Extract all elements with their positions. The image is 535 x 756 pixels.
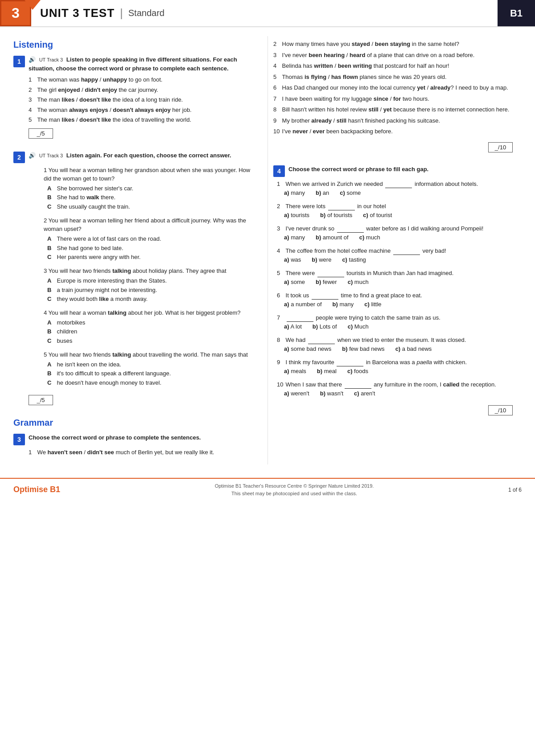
- q4-i8-optC: c) a bad news: [395, 345, 432, 353]
- q3-right-items: 2 How many times have you stayed / been …: [273, 40, 522, 136]
- q3-number-box: 3: [13, 434, 25, 445]
- q2-item-5-optA: A he isn't keen on the idea.: [47, 360, 257, 370]
- question-3-header: 3 Choose the correct word or phrase to c…: [13, 433, 257, 445]
- q2-item-2-options: A There were a lot of fast cars on the r…: [47, 234, 257, 262]
- q4-i1-optC: c) some: [340, 189, 361, 197]
- q2-item-2-stem: 2 You will hear a woman telling her frie…: [44, 216, 257, 234]
- q3-item-10: 10 I've never / ever been backpacking be…: [273, 127, 522, 136]
- q4-i5-optC: c) much: [348, 278, 369, 287]
- q4-i5-optA: a) some: [284, 278, 305, 287]
- q1-item-1: 1 The woman was happy / unhappy to go on…: [29, 75, 257, 84]
- q2-item-1-optA: A She borrowed her sister's car.: [47, 184, 257, 193]
- q4-i2-optC: c) of tourist: [363, 211, 392, 220]
- header-level: Standard: [128, 8, 165, 18]
- q4-i6-optA: a) a number of: [284, 300, 322, 309]
- q3-item-4: 4 Belinda has written / been writing tha…: [273, 62, 522, 70]
- q2-item-2-optC: C Her parents were angry with her.: [47, 253, 257, 262]
- q4-item-9: 9 I think my favourite in Barcelona was …: [277, 358, 522, 376]
- q2-item-2: 2 You will hear a woman telling her frie…: [44, 216, 257, 262]
- question-3-block: 3 Choose the correct word or phrase to c…: [13, 433, 257, 457]
- q3-instruction-text: Choose the correct word or phrase to com…: [29, 434, 201, 441]
- q2-item-3: 3 You will hear two friends talking abou…: [44, 267, 257, 304]
- q4-i2-optB: b) of tourists: [320, 211, 352, 220]
- q4-i10-optA: a) weren't: [284, 389, 309, 398]
- q2-item-4: 4 You will hear a woman talking about he…: [44, 308, 257, 346]
- q4-item-10: 10 When I saw that there any furniture i…: [277, 380, 522, 398]
- q2-item-3-options: A Europe is more interesting than the St…: [47, 276, 257, 304]
- question-1-block: 1 🔊 UT Track 3 Listen to people speaking…: [13, 55, 257, 143]
- q4-item-5: 5 There were tourists in Munich than Jan…: [277, 269, 522, 287]
- page-header: 3 UNIT 3 TEST | Standard B1: [0, 0, 535, 27]
- q3-item-5: 5 Thomas is flying / has flown planes si…: [273, 73, 522, 82]
- q2-item-5: 5 You will hear two friends talking abou…: [44, 350, 257, 388]
- page-title: UNIT 3 TEST: [40, 6, 115, 20]
- question-2-block: 2 🔊 UT Track 3 Listen again. For each qu…: [13, 151, 257, 410]
- q4-item-7-options: a) A lot b) Lots of c) Much: [284, 322, 522, 331]
- q4-i8-optB: b) few bad news: [342, 345, 384, 353]
- right-column: 2 How many times have you stayed / been …: [268, 36, 522, 464]
- q4-item-8: 8 We had when we tried to enter the muse…: [277, 336, 522, 353]
- level-badge: B1: [498, 0, 535, 26]
- q4-item-4: 4 The coffee from the hotel coffee machi…: [277, 247, 522, 264]
- q4-item-9-options: a) meals b) meal c) foods: [284, 367, 522, 376]
- q4-item-1-options: a) many b) an c) some: [284, 189, 522, 197]
- q2-item-4-stem: 4 You will hear a woman talking about he…: [44, 308, 257, 317]
- header-triangle: [25, 0, 41, 10]
- q4-item-4-options: a) was b) were c) tasting: [284, 255, 522, 264]
- header-title-block: UNIT 3 TEST | Standard: [31, 0, 498, 26]
- q2-item-2-optB: B She had gone to bed late.: [47, 244, 257, 253]
- grammar-section: Grammar 3 Choose the correct word or phr…: [13, 418, 257, 457]
- q4-number-box: 4: [273, 165, 285, 177]
- q4-i6-optB: b) many: [333, 300, 354, 309]
- q4-i3-optC: c) much: [359, 233, 380, 242]
- page-footer: Optimise B1 Optimise B1 Teacher's Resour…: [0, 478, 535, 501]
- grammar-section-title: Grammar: [13, 418, 257, 428]
- footer-copyright-line2: This sheet may be photocopied and used w…: [94, 490, 495, 497]
- q4-instruction-text: Choose the correct word or phrase to fil…: [288, 166, 428, 173]
- q4-item-8-options: a) some bad news b) few bad news c) a ba…: [284, 345, 522, 353]
- q3-instruction: Choose the correct word or phrase to com…: [29, 433, 201, 442]
- q4-item-6: 6 It took us time to find a great place …: [277, 291, 522, 309]
- question-1-header: 1 🔊 UT Track 3 Listen to people speaking…: [13, 55, 257, 73]
- q2-item-5-stem: 5 You will hear two friends talking abou…: [44, 350, 257, 359]
- audio-icon-q2: 🔊: [29, 151, 36, 160]
- q4-i3-optB: b) amount of: [316, 233, 349, 242]
- q2-item-3-optB: B a train journey might not be interesti…: [47, 286, 257, 295]
- footer-copyright-line1: Optimise B1 Teacher's Resource Centre © …: [94, 482, 495, 490]
- q1-instruction: 🔊 UT Track 3 Listen to people speaking i…: [29, 55, 257, 73]
- q4-item-3: 3 I've never drunk so water before as I …: [277, 224, 522, 242]
- q2-item-5-optC: C he doesn't have enough money to travel…: [47, 378, 257, 388]
- q2-item-4-options: A motorbikes B children C buses: [47, 318, 257, 346]
- q3-item-8: 8 Bill hasn't written his hotel review s…: [273, 105, 522, 114]
- q2-item-1-options: A She borrowed her sister's car. B She h…: [47, 184, 257, 212]
- q1-item-3: 3 The man likes / doesn't like the idea …: [29, 95, 257, 104]
- q4-score: _/10: [488, 405, 513, 415]
- q4-i7-optB: b) Lots of: [313, 322, 337, 331]
- q2-item-1: 1 You will hear a woman telling her gran…: [44, 166, 257, 212]
- q3-item-3: 3 I've never been hearing / heard of a p…: [273, 51, 522, 60]
- q2-item-3-stem: 3 You will hear two friends talking abou…: [44, 267, 257, 275]
- footer-copyright: Optimise B1 Teacher's Resource Centre © …: [94, 482, 495, 497]
- q4-i4-optA: a) was: [284, 255, 301, 264]
- q3-item-2: 2 How many times have you stayed / been …: [273, 40, 522, 49]
- q1-track: UT Track 3: [39, 57, 63, 62]
- q1-item-4: 4 The woman always enjoys / doesn't alwa…: [29, 106, 257, 115]
- q2-item-4-optC: C buses: [47, 337, 257, 346]
- q2-number-box: 2: [13, 152, 25, 163]
- q2-item-1-stem: 1 You will hear a woman telling her gran…: [44, 166, 257, 183]
- q4-i6-optC: c) little: [364, 300, 381, 309]
- q2-score: _/5: [29, 395, 53, 405]
- q2-instruction-text: Listen again. For each question, choose …: [66, 152, 231, 159]
- q2-item-5-options: A he isn't keen on the idea. B it's too …: [47, 360, 257, 388]
- q3-item-7: 7 I have been waiting for my luggage sin…: [273, 94, 522, 103]
- q3-item-1: 1 We haven't seen / didn't see much of B…: [29, 448, 257, 457]
- q4-i5-optB: b) fewer: [316, 278, 337, 287]
- q2-track: UT Track 3: [39, 153, 63, 158]
- q2-instruction: 🔊 UT Track 3 Listen again. For each ques…: [29, 151, 231, 160]
- q4-i8-optA: a) some bad news: [284, 345, 331, 353]
- q3-item-6: 6 Has Dad changed our money into the loc…: [273, 83, 522, 92]
- q4-i4-optB: b) were: [312, 255, 331, 264]
- question-2-header: 2 🔊 UT Track 3 Listen again. For each qu…: [13, 151, 257, 163]
- q3-right-block: 2 How many times have you stayed / been …: [273, 40, 522, 157]
- q4-item-6-options: a) a number of b) many c) little: [284, 300, 522, 309]
